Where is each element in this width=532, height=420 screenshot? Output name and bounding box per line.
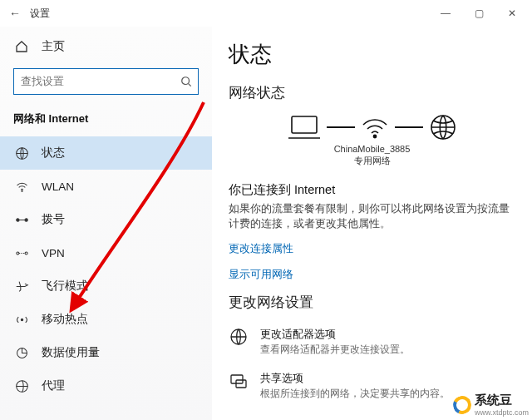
connected-desc: 如果你的流量套餐有限制，则你可以将此网络设置为按流量计费的连接，或者更改其他属性… xyxy=(229,201,515,233)
vpn-icon xyxy=(13,245,30,261)
page-heading: 状态 xyxy=(229,40,515,69)
maximize-button[interactable]: ▢ xyxy=(462,0,495,27)
svg-point-11 xyxy=(373,135,376,137)
svg-rect-10 xyxy=(292,116,317,133)
diagram-line xyxy=(395,126,423,128)
sidebar-item-label: 代理 xyxy=(42,378,65,393)
wifi-icon xyxy=(360,113,390,141)
search-icon xyxy=(180,76,192,87)
diagram-caption: ChinaMobile_3885 专用网络 xyxy=(229,144,515,167)
sidebar-home-label: 主页 xyxy=(42,39,65,54)
ssid-label: ChinaMobile_3885 xyxy=(229,144,515,156)
sidebar-item-proxy[interactable]: 代理 xyxy=(0,369,212,403)
sidebar-item-datausage[interactable]: 数据使用量 xyxy=(0,336,212,369)
search-wrapper xyxy=(13,68,199,95)
proxy-icon xyxy=(13,378,30,394)
sidebar-item-label: WLAN xyxy=(42,180,74,193)
net-type-label: 专用网络 xyxy=(229,156,515,167)
sidebar-item-hotspot[interactable]: 移动热点 xyxy=(0,303,212,336)
sidebar-item-airplane[interactable]: 飞行模式 xyxy=(0,269,212,303)
sidebar-item-label: 状态 xyxy=(42,146,65,161)
data-usage-icon xyxy=(13,344,30,361)
sidebar-item-label: VPN xyxy=(42,247,65,259)
content-panel: 状态 网络状态 ChinaMobile_3885 专用网络 你已连接到 Inte… xyxy=(212,27,532,420)
watermark-text: 系统豆 xyxy=(475,393,529,408)
svg-point-2 xyxy=(21,190,22,190)
sidebar: 主页 网络和 Internet 状态 WLAN 拨号 xyxy=(0,27,212,420)
adapter-icon xyxy=(229,327,250,348)
window-controls: ― ▢ ✕ xyxy=(429,0,529,27)
wifi-icon xyxy=(13,178,30,195)
svg-point-0 xyxy=(182,77,190,85)
sidebar-item-label: 数据使用量 xyxy=(42,345,100,360)
diagram-line xyxy=(327,126,355,128)
laptop-icon xyxy=(287,113,322,141)
network-diagram xyxy=(229,112,515,142)
option-title: 共享选项 xyxy=(260,371,450,386)
option-desc: 查看网络适配器并更改连接设置。 xyxy=(260,343,410,356)
watermark-logo-icon xyxy=(451,393,474,416)
link-change-connection-props[interactable]: 更改连接属性 xyxy=(229,242,515,256)
network-status-label: 网络状态 xyxy=(229,84,515,102)
minimize-button[interactable]: ― xyxy=(429,0,462,27)
home-icon xyxy=(13,38,30,55)
svg-rect-14 xyxy=(231,375,243,383)
option-title: 更改适配器选项 xyxy=(260,327,410,342)
dialup-icon xyxy=(13,211,30,228)
connected-title: 你已连接到 Internet xyxy=(229,182,515,198)
svg-point-3 xyxy=(16,218,18,220)
back-button[interactable]: ← xyxy=(3,7,27,20)
sidebar-item-status[interactable]: 状态 xyxy=(0,136,212,170)
link-show-networks[interactable]: 显示可用网络 xyxy=(229,268,515,282)
internet-globe-icon xyxy=(428,112,458,142)
hotspot-icon xyxy=(13,311,30,328)
watermark: 系统豆 www.xtdptc.com xyxy=(453,393,529,417)
option-desc: 根据所连接到的网络，决定要共享的内容。 xyxy=(260,388,450,400)
window-title: 设置 xyxy=(30,7,50,21)
sidebar-item-label: 移动热点 xyxy=(42,312,88,327)
close-button[interactable]: ✕ xyxy=(495,0,529,27)
svg-point-7 xyxy=(21,319,22,320)
sidebar-item-wlan[interactable]: WLAN xyxy=(0,170,212,203)
svg-point-6 xyxy=(25,251,27,254)
sidebar-home[interactable]: 主页 xyxy=(0,33,212,60)
sidebar-item-label: 拨号 xyxy=(42,212,65,227)
option-adapter[interactable]: 更改适配器选项 查看网络适配器并更改连接设置。 xyxy=(229,322,515,366)
watermark-url: www.xtdptc.com xyxy=(475,408,529,417)
airplane-icon xyxy=(13,278,30,294)
change-settings-label: 更改网络设置 xyxy=(229,294,515,312)
sidebar-item-label: 飞行模式 xyxy=(42,279,88,294)
search-input[interactable] xyxy=(13,68,199,95)
sidebar-section-header: 网络和 Internet xyxy=(0,106,212,136)
sidebar-item-dialup[interactable]: 拨号 xyxy=(0,203,212,236)
globe-icon xyxy=(13,145,30,161)
sidebar-item-vpn[interactable]: VPN xyxy=(0,236,212,269)
svg-point-4 xyxy=(24,218,27,220)
svg-point-5 xyxy=(16,251,18,254)
sharing-icon xyxy=(229,371,250,393)
titlebar: ← 设置 ― ▢ ✕ xyxy=(0,0,532,27)
